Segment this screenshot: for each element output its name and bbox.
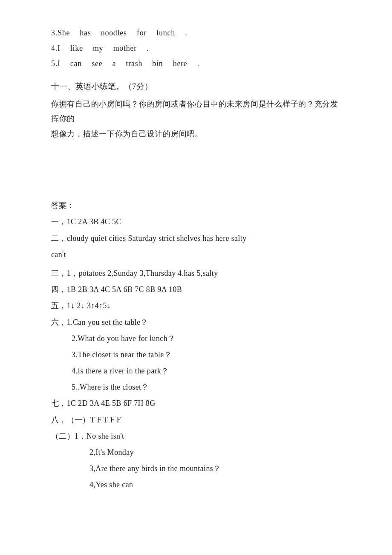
answer-liu5: 5..Where is the closet？ [51,380,341,394]
answer-wu: 五，1↓ 2↓ 3↑4↑5↓ [51,298,341,313]
section-11-prompt1: 你拥有自己的小房间吗？你的房间或者你心目中的未来房间是什么样子的？充分发挥你的 [51,97,341,126]
answer-si: 四，1B 2B 3A 4C 5A 6B 7C 8B 9A 10B [51,282,341,297]
answer-qi: 七，1C 2D 3A 4E 5B 6F 7H 8G [51,396,341,410]
answer-liu4: 4.Is there a river in the park？ [51,364,341,378]
sentence-5: 5.I can see a trash bin here . [51,56,341,71]
liu-label: 六， [51,318,67,327]
section-11: 十一、英语小练笔。（7分） 你拥有自己的小房间吗？你的房间或者你心目中的未来房间… [51,79,341,189]
er-words: cloudy quiet cities Saturday strict shel… [67,234,247,243]
liu1: 1.Can you set the table？ [67,318,148,327]
answer-ba2-3: 3,Are there any birds in the mountains？ [51,461,341,476]
page-content: 3.She has noodles for lunch . 4.I like m… [51,26,341,492]
answer-yi: 一，1C 2A 3B 4C 5C [51,214,341,229]
answer-section: 答案： 一，1C 2A 3B 4C 5C 二，cloudy quiet citi… [51,198,341,492]
answer-ba2-2: 2,It's Monday [51,445,341,460]
answer-san: 三，1，potatoes 2,Sunday 3,Thursday 4.has 5… [51,266,341,280]
answer-label: 答案： [51,198,341,213]
answer-ba1: 八，（一）T F T F F [51,413,341,427]
sentence-3: 3.She has noodles for lunch . [51,26,341,40]
answer-er: 二，cloudy quiet cities Saturday strict sh… [51,231,341,246]
sentence-4: 4.I like my mother . [51,41,341,55]
section-11-title: 十一、英语小练笔。（7分） [51,79,341,94]
section-11-prompt2: 想像力，描述一下你为自己设计的房间吧。 [51,127,341,141]
answer-liu-header: 六，1.Can you set the table？ [51,315,341,330]
answer-er-cant: can't [51,247,341,262]
answer-liu2: 2.What do you have for lunch？ [51,331,341,346]
writing-area [51,142,341,189]
er-label: 二， [51,234,67,243]
sentences-section: 3.She has noodles for lunch . 4.I like m… [51,26,341,71]
answer-ba2-4: 4,Yes she can [51,477,341,492]
answer-liu3: 3.The closet is near the table？ [51,347,341,362]
answer-ba2-1: （二）1，No she isn't [51,429,341,443]
